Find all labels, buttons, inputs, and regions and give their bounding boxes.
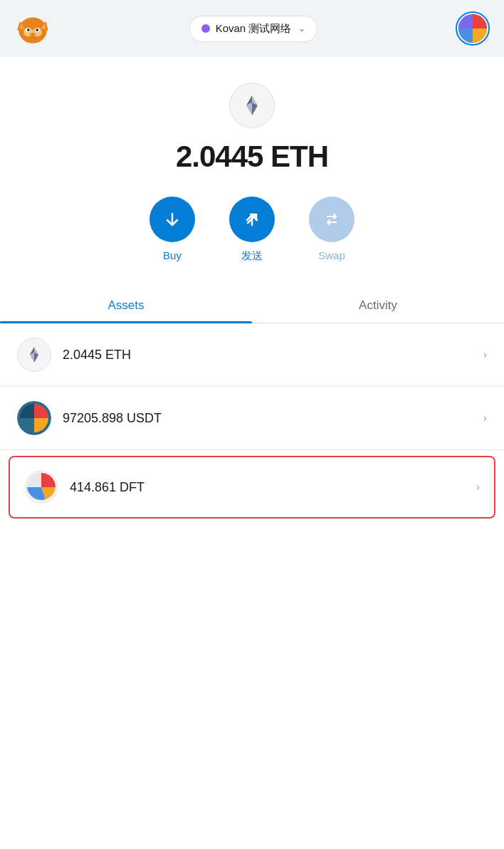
buy-button-wrapper[interactable]: Buy	[149, 197, 195, 263]
tab-assets[interactable]: Assets	[0, 288, 252, 323]
eth-asset-info: 2.0445 ETH	[63, 348, 483, 363]
network-dot	[201, 24, 210, 33]
swap-button[interactable]	[309, 197, 355, 242]
chevron-down-icon: ⌄	[298, 24, 305, 33]
tabs: Assets Activity	[0, 288, 504, 323]
usdt-amount: 97205.898 USDT	[63, 411, 162, 425]
asset-list: 2.0445 ETH › 97205.898 USDT ›	[0, 323, 504, 519]
metamask-logo[interactable]	[14, 10, 51, 47]
main-content: 2.0445 ETH Buy 发送	[0, 57, 504, 849]
send-button-wrapper[interactable]: 发送	[229, 197, 275, 263]
asset-item-eth[interactable]: 2.0445 ETH ›	[0, 323, 504, 387]
swap-button-wrapper[interactable]: Swap	[309, 197, 355, 263]
avatar[interactable]	[456, 11, 490, 46]
asset-item-usdt[interactable]: 97205.898 USDT ›	[0, 387, 504, 450]
network-selector[interactable]: Kovan 测试网络 ⌄	[189, 16, 318, 42]
balance-section: 2.0445 ETH	[0, 140, 504, 197]
header: Kovan 测试网络 ⌄	[0, 0, 504, 57]
svg-point-10	[36, 28, 38, 31]
eth-icon-wrapper	[0, 57, 504, 140]
swap-label: Swap	[318, 249, 345, 261]
usdt-asset-icon	[17, 401, 51, 435]
eth-amount: 2.0445 ETH	[63, 348, 131, 362]
svg-point-9	[27, 28, 30, 31]
dft-asset-info: 414.861 DFT	[70, 480, 476, 495]
send-label: 发送	[241, 249, 263, 263]
tab-activity[interactable]: Activity	[252, 288, 504, 323]
usdt-chevron-icon: ›	[483, 412, 487, 424]
svg-point-12	[29, 32, 36, 37]
buy-button[interactable]	[149, 197, 195, 242]
buy-label: Buy	[163, 249, 182, 261]
usdt-asset-info: 97205.898 USDT	[63, 411, 483, 426]
eth-icon	[229, 83, 275, 128]
eth-chevron-icon: ›	[483, 348, 487, 361]
asset-item-dft[interactable]: 414.861 DFT ›	[9, 456, 495, 519]
send-button[interactable]	[229, 197, 275, 242]
dft-amount: 414.861 DFT	[70, 480, 145, 494]
dft-asset-icon	[24, 470, 58, 504]
dft-chevron-icon: ›	[476, 481, 480, 494]
network-name: Kovan 测试网络	[216, 22, 292, 36]
eth-asset-icon	[17, 338, 51, 372]
balance-amount: 2.0445 ETH	[176, 140, 328, 173]
action-buttons: Buy 发送	[0, 197, 504, 288]
